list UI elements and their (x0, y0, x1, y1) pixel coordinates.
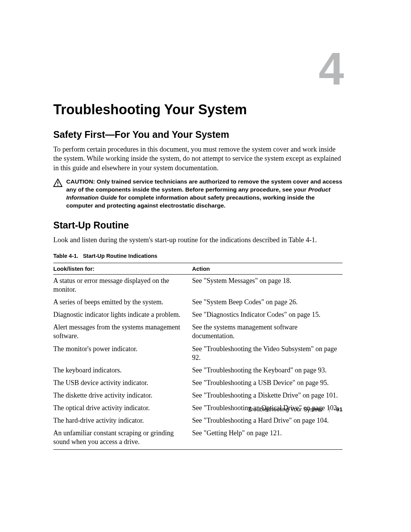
table-cell-action: See "Troubleshooting a USB Device" on pa… (192, 377, 342, 389)
table-row: A status or error message displayed on t… (53, 275, 342, 296)
caution-text: CAUTION: Only trained service technician… (66, 178, 342, 210)
table-caption: Table 4-1. Start-Up Routine Indications (53, 253, 342, 259)
startup-paragraph: Look and listen during the system's star… (53, 235, 342, 244)
startup-indications-table: Look/listen for: Action A status or erro… (53, 263, 342, 449)
table-cell-action: See "Diagnostics Indicator Codes" on pag… (192, 308, 342, 321)
caution-block: CAUTION: Only trained service technician… (53, 178, 342, 210)
table-cell-look: The optical drive activity indicator. (53, 402, 192, 414)
chapter-number: 4 (319, 46, 342, 91)
caution-label: CAUTION: (66, 178, 95, 185)
table-cell-action: See "Getting Help" on page 121. (192, 427, 342, 450)
caution-pre: Only trained service technicians are aut… (66, 178, 342, 193)
svg-point-2 (57, 185, 59, 186)
table-row: The keyboard indicators.See "Troubleshoo… (53, 364, 342, 377)
table-cell-look: An unfamiliar constant scraping or grind… (53, 427, 192, 450)
table-caption-label: Table 4-1. (53, 253, 78, 259)
section-heading-safety: Safety First—For You and Your System (53, 129, 342, 140)
section-heading-startup: Start-Up Routine (53, 220, 342, 231)
table-cell-action: See "Troubleshooting the Keyboard" on pa… (192, 364, 342, 377)
table-row: Alert messages from the systems manageme… (53, 321, 342, 342)
caution-triangle-icon (53, 178, 62, 189)
table-cell-action: See "Troubleshooting a Diskette Drive" o… (192, 389, 342, 402)
table-row: The monitor's power indicator.See "Troub… (53, 343, 342, 364)
table-row: The diskette drive activity indicator.Se… (53, 389, 342, 402)
table-cell-look: A series of beeps emitted by the system. (53, 296, 192, 308)
table-row: A series of beeps emitted by the system.… (53, 296, 342, 308)
footer-section: Troubleshooting Your System (248, 406, 322, 412)
table-cell-look: The keyboard indicators. (53, 364, 192, 377)
table-header-action: Action (192, 263, 342, 275)
table-cell-action: See "Troubleshooting the Video Subsystem… (192, 343, 342, 364)
page-footer: Troubleshooting Your System | 91 (248, 406, 342, 412)
footer-page-number: 91 (336, 406, 342, 412)
table-cell-look: A status or error message displayed on t… (53, 275, 192, 296)
table-cell-action: See the systems management software docu… (192, 321, 342, 342)
table-cell-look: The hard-drive activity indicator. (53, 414, 192, 427)
table-cell-look: Diagnostic indicator lights indicate a p… (53, 308, 192, 321)
table-header-look: Look/listen for: (53, 263, 192, 275)
table-caption-text: Start-Up Routine Indications (83, 253, 158, 259)
table-cell-look: The diskette drive activity indicator. (53, 389, 192, 402)
table-row: An unfamiliar constant scraping or grind… (53, 427, 342, 450)
safety-paragraph: To perform certain procedures in this do… (53, 145, 342, 173)
chapter-title: Troubleshooting Your System (53, 102, 342, 118)
table-cell-look: Alert messages from the systems manageme… (53, 321, 192, 342)
table-cell-action: See "System Beep Codes" on page 26. (192, 296, 342, 308)
table-row: The USB device activity indicator.See "T… (53, 377, 342, 389)
table-row: The hard-drive activity indicator.See "T… (53, 414, 342, 427)
table-cell-look: The USB device activity indicator. (53, 377, 192, 389)
table-cell-look: The monitor's power indicator. (53, 343, 192, 364)
footer-separator-icon: | (328, 406, 330, 412)
table-cell-action: See "Troubleshooting a Hard Drive" on pa… (192, 414, 342, 427)
table-row: Diagnostic indicator lights indicate a p… (53, 308, 342, 321)
table-cell-action: See "System Messages" on page 18. (192, 275, 342, 296)
